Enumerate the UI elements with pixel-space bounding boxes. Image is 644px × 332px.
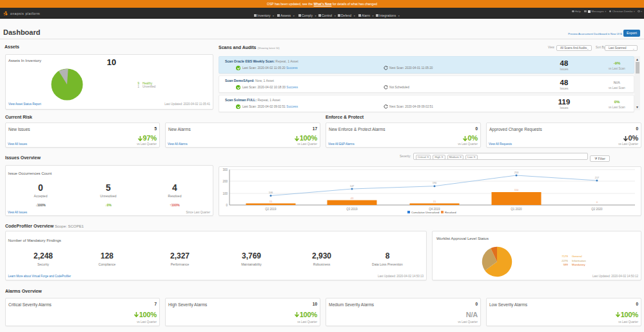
svg-text:217: 217 bbox=[595, 176, 600, 179]
svg-text:190: 190 bbox=[433, 181, 437, 184]
svg-text:106: 106 bbox=[269, 191, 273, 194]
svg-text:Q1 2020: Q1 2020 bbox=[511, 208, 522, 211]
svg-text:0: 0 bbox=[596, 200, 598, 204]
svg-text:110: 110 bbox=[514, 188, 519, 191]
svg-text:Q2 2019: Q2 2019 bbox=[265, 208, 277, 211]
svg-text:15: 15 bbox=[433, 200, 436, 203]
svg-text:0: 0 bbox=[226, 204, 228, 207]
svg-text:Q2 2020: Q2 2020 bbox=[591, 208, 603, 211]
svg-text:300: 300 bbox=[222, 168, 228, 171]
svg-text:Q3 2019: Q3 2019 bbox=[346, 208, 358, 211]
svg-text:253: 253 bbox=[514, 171, 519, 174]
svg-text:200: 200 bbox=[222, 180, 228, 183]
svg-text:43: 43 bbox=[351, 197, 354, 200]
svg-text:100: 100 bbox=[222, 192, 228, 195]
svg-text:Cumulative Unresolved: Cumulative Unresolved bbox=[411, 211, 440, 214]
svg-text:15: 15 bbox=[269, 200, 273, 203]
svg-text:147: 147 bbox=[350, 184, 355, 188]
svg-text:Resolved: Resolved bbox=[445, 211, 456, 214]
